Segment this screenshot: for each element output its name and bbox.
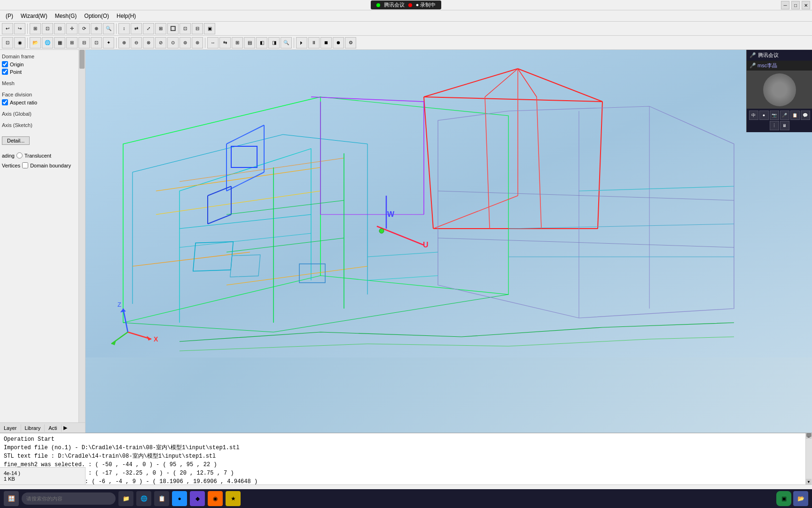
rec-dot [408,3,412,7]
tb2-btn2[interactable]: ◉ [14,37,25,48]
tb2-btn25[interactable]: ⏸ [308,37,320,48]
video-btn-dot[interactable]: ● [759,111,769,120]
tb2-btn26[interactable]: ⏹ [320,37,332,48]
tab-library[interactable]: Library [21,424,45,432]
tb1-btn6[interactable]: ✛ [66,23,78,34]
shading-section: ading Translucent [2,152,77,159]
video-btn-more[interactable]: ⋮ [770,121,779,130]
tb2-btn22[interactable]: ◨ [268,37,280,48]
tb1-btn3[interactable]: ⊞ [30,23,41,34]
tab-layer[interactable]: Layer [0,424,21,432]
maximize-button[interactable]: □ [791,1,800,9]
tb1-btn8[interactable]: ⊕ [91,23,102,34]
tb2-btn28[interactable]: ⚙ [345,37,356,48]
taskbar-app-green[interactable]: ▣ [776,491,791,506]
menu-item-p[interactable]: (P) [2,12,17,20]
tb1-btn15[interactable]: ⊡ [180,23,191,34]
tb1-btn1[interactable]: ↩ [2,23,13,34]
tb1-btn5[interactable]: ⊟ [54,23,65,34]
axis-sketch-section: Axis (Sketch) [2,122,77,128]
menu-item-option[interactable]: Option(O) [80,12,113,20]
tb2-btn12[interactable]: ⊗ [143,37,154,48]
detail-button[interactable]: Detail... [2,136,30,145]
tb1-btn9[interactable]: 🔍 [103,23,114,34]
tb2-btn3[interactable]: 📂 [30,37,41,48]
taskbar-app-edge[interactable]: 🌐 [136,491,151,506]
taskbar-search-input[interactable] [22,492,116,505]
aspect-ratio-label: Aspect ratio [10,100,37,105]
shading-row: ading Translucent [2,152,77,159]
tb2-btn17[interactable]: ↔ [207,37,219,48]
taskbar-app-orange[interactable]: ◉ [208,491,223,506]
toolbar2: ⊡ ◉ 📂 🌐 ▦ ⊞ ⊟ ⊡ ✦ ⊕ ⊖ ⊗ ⊘ ⊙ ⊚ ⊛ ↔ ⇆ ⊞ ▤ … [0,36,812,50]
tb1-btn7[interactable]: ⟳ [78,23,90,34]
tb2-btn7[interactable]: ⊟ [78,37,90,48]
tb1-btn16[interactable]: ⊟ [192,23,203,34]
tb2-btn27[interactable]: ⏺ [333,37,344,48]
console-scroll-down[interactable]: ▼ [806,479,812,484]
video-btn-chat[interactable]: 💬 [801,111,810,120]
taskbar-app-purple[interactable]: ◆ [190,491,205,506]
aspect-ratio-checkbox[interactable] [2,99,8,105]
tb1-sep1 [27,24,28,34]
menu-item-wizard[interactable]: Wizard(W) [17,12,51,20]
bottom-status-overlay: 4e-14 ) 1 KB [0,467,86,484]
left-panel-scrollbar[interactable] [78,50,85,433]
tab-arrow[interactable]: ▶ [62,424,69,432]
taskbar-app-yellow[interactable]: ★ [226,491,241,506]
left-scroll-thumb[interactable] [79,50,85,69]
video-btn-screen[interactable]: 🖥 [780,121,789,130]
tb2-btn23[interactable]: 🔍 [281,37,292,48]
viewport[interactable]: X Z W U [86,50,812,433]
menu-item-help[interactable]: Help(H) [113,12,140,20]
tb2-btn10[interactable]: ⊕ [118,37,130,48]
point-checkbox[interactable] [2,69,8,75]
tb2-btn24[interactable]: ⏵ [296,37,307,48]
tb2-btn19[interactable]: ⊞ [232,37,243,48]
tb2-btn15[interactable]: ⊚ [180,37,191,48]
translucent-radio[interactable] [16,152,23,159]
taskbar-app-notes[interactable]: 📋 [154,491,169,506]
tb2-btn8[interactable]: ⊡ [91,37,102,48]
tb2-btn18[interactable]: ⇆ [219,37,231,48]
taskbar-app-circle[interactable]: ● [172,491,187,506]
axis-sketch-label: Axis (Sketch) [2,122,77,128]
tb1-btn12[interactable]: ⤢ [143,23,154,34]
tb2-btn14[interactable]: ⊙ [167,37,179,48]
tb2-btn21[interactable]: ◧ [256,37,267,48]
tb2-btn5[interactable]: ▦ [54,37,65,48]
minimize-button[interactable]: ─ [781,1,789,9]
tb1-btn4[interactable]: ⊡ [42,23,53,34]
tb1-btn11[interactable]: ⇄ [131,23,142,34]
close-button[interactable]: ✕ [802,1,810,9]
console-scrollbar[interactable]: ▲ ▼ [805,433,812,484]
green-dot [376,3,380,7]
domain-boundary-checkbox[interactable] [22,162,28,168]
video-btn-cam[interactable]: 📷 [770,111,779,120]
tb2-btn16[interactable]: ⊛ [192,37,203,48]
tab-acti[interactable]: Acti [45,424,61,432]
tb2-btn11[interactable]: ⊖ [131,37,142,48]
tb1-btn2[interactable]: ↪ [14,23,25,34]
tb1-btn10[interactable]: ↕ [118,23,130,34]
tb2-btn20[interactable]: ▤ [244,37,255,48]
taskbar-app-explorer[interactable]: 📁 [118,491,133,506]
tb2-btn9[interactable]: ✦ [103,37,114,48]
domain-boundary-label: Domain boundary [30,163,71,168]
video-btn-mic[interactable]: 🎤 [780,111,789,120]
console-scroll-thumb-top[interactable] [806,433,812,437]
tb2-btn6[interactable]: ⊞ [66,37,78,48]
windows-button[interactable]: 🪟 [4,491,19,506]
taskbar-app-file[interactable]: 📂 [793,491,808,506]
tb2-btn13[interactable]: ⊘ [155,37,166,48]
vertices-row: Vertices Domain boundary [2,162,77,168]
origin-checkbox[interactable] [2,61,8,67]
tb2-btn4[interactable]: 🌐 [42,37,53,48]
tb1-btn13[interactable]: ⊞ [155,23,166,34]
video-btn-zh[interactable]: 中 [749,111,758,120]
video-btn-list[interactable]: 📋 [790,111,800,120]
tb1-btn17[interactable]: ▣ [204,23,215,34]
tb2-btn1[interactable]: ⊡ [2,37,13,48]
menu-item-mesh[interactable]: Mesh(G) [51,12,81,20]
tb1-btn14[interactable]: 🔲 [167,23,179,34]
